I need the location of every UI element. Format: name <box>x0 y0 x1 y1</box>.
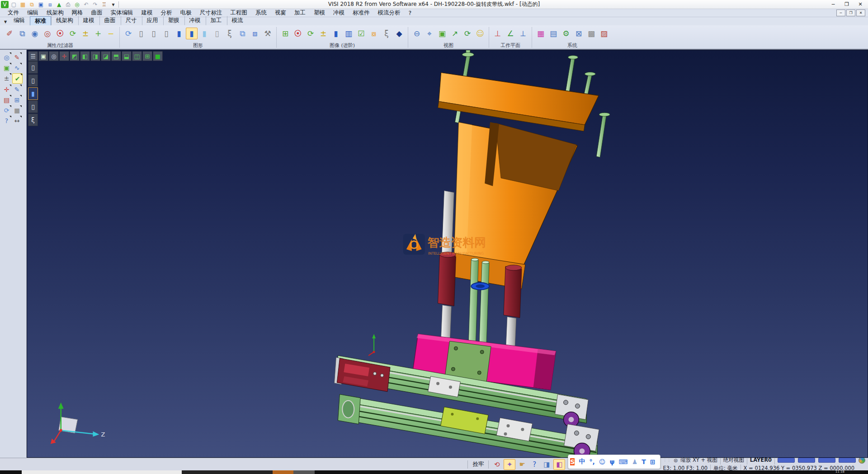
ribbon-tab[interactable]: 加工 <box>206 16 227 25</box>
viewport[interactable]: ☰▣◎✛◩◧◨◪⬒⬓◫⊞■ ▯▯▮▯ξ <box>27 50 868 458</box>
confirm-check-icon[interactable]: ✔ <box>12 73 23 84</box>
layer-palette-icon[interactable]: ▤ <box>547 28 559 39</box>
zoom-in-out-icon[interactable]: ⊖ <box>411 28 423 39</box>
remove-visibility-icon[interactable]: − <box>105 28 117 39</box>
attribute-brush-icon[interactable]: ✐ <box>4 28 15 39</box>
active-layer-label[interactable]: LAYER0 <box>750 457 772 463</box>
sogou-logo[interactable]: S <box>570 458 575 465</box>
hidden-line-cylinder-icon[interactable]: ▯ <box>211 28 223 39</box>
ime-toolbox-icon[interactable]: ⊞ <box>650 458 656 465</box>
qat-more-icon[interactable]: ▾ <box>109 1 117 8</box>
tab-dropdown-icon[interactable]: ▼ <box>2 19 9 25</box>
shaded-cube-icon[interactable]: ◧ <box>553 459 565 470</box>
measure-icon[interactable]: ↔ <box>12 116 22 125</box>
coil-icon[interactable]: ξ <box>28 114 38 126</box>
refresh-visibility-icon[interactable]: ⟳ <box>67 28 79 39</box>
ime-keyboard-icon[interactable]: ⌨ <box>619 458 628 465</box>
mdi-restore-button[interactable]: ❐ <box>846 9 855 16</box>
mdi-minimize-button[interactable]: ─ <box>836 9 845 16</box>
layer-color-swatch[interactable] <box>778 458 795 463</box>
minimize-button[interactable]: ─ <box>826 0 840 9</box>
window-config-icon[interactable]: ⊠ <box>573 28 585 39</box>
view-top-icon[interactable]: ⬓ <box>122 51 132 61</box>
new-document-icon[interactable]: ▢ <box>10 1 18 8</box>
view-iso-icon[interactable]: ◩ <box>70 51 80 61</box>
ribbon-tab[interactable]: 标准 <box>30 16 51 25</box>
validate-solid-icon[interactable]: ☑ <box>355 28 367 39</box>
vp-fit-view-icon[interactable]: ▣ <box>38 51 48 61</box>
ime-mode-chinese[interactable]: 中 <box>579 458 585 466</box>
vp-axes-icon[interactable]: ✛ <box>59 51 69 61</box>
ime-person-icon[interactable]: ♟ <box>632 458 638 465</box>
preview-icon[interactable]: ◎ <box>73 1 81 8</box>
active-solid-icon[interactable]: ▮ <box>28 87 38 100</box>
calc-grid-icon[interactable]: ▨ <box>598 28 610 39</box>
hatched-cylinder-icon[interactable]: ▥ <box>343 28 354 39</box>
solid-cube-icon[interactable]: ■ <box>12 105 22 115</box>
redo-icon[interactable]: ↷ <box>91 1 99 8</box>
layer-color-swatch[interactable] <box>798 458 815 463</box>
close-button[interactable]: ✕ <box>854 0 867 9</box>
sync-icon[interactable]: ⟲ <box>491 460 502 469</box>
lock-label[interactable]: 拴牢 <box>471 460 486 468</box>
transparent-cylinder-icon[interactable]: ▮ <box>198 28 210 39</box>
taskbar-window-segment[interactable] <box>22 470 182 474</box>
save-icon[interactable]: ▣ <box>37 1 45 8</box>
layer-color-swatch[interactable] <box>839 458 856 463</box>
image-add-icon[interactable]: ⊞ <box>279 28 291 39</box>
menu-item[interactable]: 视窗 <box>271 9 290 17</box>
toggle-visibility-icon[interactable]: ± <box>80 28 91 39</box>
mdi-close-button[interactable]: ✕ <box>856 9 865 16</box>
wireframe-cylinder-icon[interactable]: ▯ <box>160 28 172 39</box>
network-globe-icon[interactable] <box>859 457 865 464</box>
show-entities-icon[interactable]: ◉ <box>29 28 41 39</box>
view-axon-icon[interactable]: ⊞ <box>142 51 152 61</box>
view-front-icon[interactable]: ◧ <box>80 51 90 61</box>
ime-punctuation[interactable]: °, <box>589 458 594 465</box>
ribbon-tab[interactable]: 尺寸 <box>121 16 142 25</box>
refresh-graphics-icon[interactable]: ⟳ <box>123 28 134 39</box>
solids-list-icon[interactable]: ▯ <box>28 74 38 87</box>
solid-cylinder-icon[interactable]: ▮ <box>330 28 342 39</box>
spline-pencil-icon[interactable]: ∿ <box>12 63 22 72</box>
system-settings-icon[interactable]: ⚙ <box>560 28 572 39</box>
menu-item[interactable]: 加工 <box>290 9 310 17</box>
tag-solid-icon[interactable]: ⧇ <box>368 28 380 39</box>
push-hand-icon[interactable]: ☛ <box>517 460 528 469</box>
ribbon-tab[interactable]: 线架构 <box>51 16 78 25</box>
zoom-select-icon[interactable]: ◎ <box>2 52 11 62</box>
wireframe-cylinder-icon[interactable]: ▯ <box>148 28 160 39</box>
ime-skin-icon[interactable]: T <box>642 458 646 465</box>
open-folder-icon[interactable]: ▦ <box>19 1 27 8</box>
fit-view-icon[interactable]: ▣ <box>436 28 448 39</box>
layer-color-swatch[interactable] <box>818 458 835 463</box>
viewport-menu-icon[interactable]: ☰ <box>28 51 38 61</box>
menu-item[interactable]: 冲模 <box>329 9 349 17</box>
shaded-cylinder-selected-icon[interactable]: ▮ <box>186 28 198 39</box>
vp-zoom-icon[interactable]: ◎ <box>49 51 59 61</box>
image-filter-icon[interactable]: ⦿ <box>292 28 304 39</box>
visi-logo[interactable]: V <box>1 1 9 8</box>
color-table-icon[interactable]: ▦ <box>535 28 547 39</box>
graphics-tools-icon[interactable]: ⚒ <box>262 28 274 39</box>
view-left-icon[interactable]: ◪ <box>101 51 111 61</box>
ucs-axes-icon[interactable]: ✛ <box>2 85 11 94</box>
shaded-cylinder-icon[interactable]: ▮ <box>173 28 185 39</box>
view-back-icon[interactable]: ◨ <box>90 51 100 61</box>
copy-attributes-icon[interactable]: ⧉ <box>16 28 28 39</box>
wireframe-cylinder-icon[interactable]: ▯ <box>135 28 147 39</box>
menu-item[interactable]: 系统 <box>251 9 271 17</box>
save-as-icon[interactable]: ⧈ <box>46 1 54 8</box>
export-icon[interactable]: ▲ <box>55 1 63 8</box>
ribbon-tab[interactable]: 编辑 <box>9 16 30 25</box>
solids-list-icon[interactable]: ▯ <box>28 100 38 113</box>
pan-view-icon[interactable]: ↗ <box>449 28 461 39</box>
view-shaded-icon[interactable]: ■ <box>153 51 163 61</box>
fit-rect-icon[interactable]: ▣ <box>2 63 11 72</box>
delete-pencil-icon[interactable]: ✎ <box>12 52 22 62</box>
render-smiley-icon[interactable]: ☺ <box>474 28 486 39</box>
taskbar-segment[interactable] <box>182 470 273 474</box>
workplane-align-icon[interactable]: ∠ <box>505 28 516 39</box>
maximize-button[interactable]: ❐ <box>840 0 854 9</box>
zoom-extent-icon[interactable]: ± <box>2 73 11 83</box>
